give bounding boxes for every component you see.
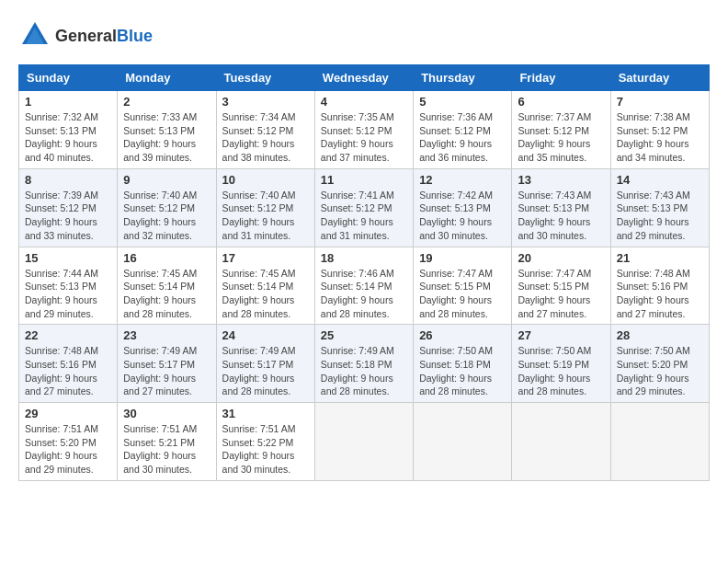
day-number: 11: [321, 173, 407, 187]
daylight-label: Daylight: 9 hours and 30 minutes.: [123, 450, 196, 475]
sunrise-label: Sunrise: 7:43 AM: [617, 190, 690, 201]
calendar-cell: 14 Sunrise: 7:43 AM Sunset: 5:13 PM Dayl…: [610, 168, 709, 247]
sunrise-label: Sunrise: 7:44 AM: [25, 268, 98, 279]
daylight-label: Daylight: 9 hours and 28 minutes.: [123, 294, 196, 319]
day-number: 26: [419, 328, 506, 342]
sunset-label: Sunset: 5:12 PM: [617, 125, 688, 136]
calendar-cell: 13 Sunrise: 7:43 AM Sunset: 5:13 PM Dayl…: [512, 168, 610, 247]
day-number: 7: [617, 95, 703, 109]
sunrise-label: Sunrise: 7:34 AM: [222, 111, 296, 122]
sunrise-label: Sunrise: 7:47 AM: [518, 268, 591, 279]
daylight-label: Daylight: 9 hours and 33 minutes.: [25, 216, 97, 241]
calendar-cell: 23 Sunrise: 7:49 AM Sunset: 5:17 PM Dayl…: [118, 325, 216, 403]
day-number: 13: [518, 173, 604, 187]
calendar-cell: 20 Sunrise: 7:47 AM Sunset: 5:15 PM Dayl…: [512, 247, 610, 325]
daylight-label: Daylight: 9 hours and 31 minutes.: [321, 216, 393, 241]
sunrise-label: Sunrise: 7:50 AM: [518, 345, 591, 356]
sunset-label: Sunset: 5:13 PM: [419, 202, 491, 213]
daylight-label: Daylight: 9 hours and 32 minutes.: [123, 216, 196, 241]
calendar-cell: [314, 403, 413, 481]
day-info: Sunrise: 7:51 AM Sunset: 5:22 PM Dayligh…: [222, 422, 309, 477]
day-number: 29: [25, 407, 111, 420]
day-info: Sunrise: 7:51 AM Sunset: 5:21 PM Dayligh…: [123, 422, 210, 477]
calendar-cell: 10 Sunrise: 7:40 AM Sunset: 5:12 PM Dayl…: [216, 168, 314, 247]
day-of-week-header: Friday: [512, 65, 610, 91]
daylight-label: Daylight: 9 hours and 30 minutes.: [518, 216, 590, 241]
sunset-label: Sunset: 5:13 PM: [25, 281, 97, 292]
daylight-label: Daylight: 9 hours and 36 minutes.: [419, 138, 492, 163]
sunset-label: Sunset: 5:15 PM: [518, 281, 589, 292]
sunrise-label: Sunrise: 7:43 AM: [518, 190, 591, 201]
day-info: Sunrise: 7:48 AM Sunset: 5:16 PM Dayligh…: [617, 267, 703, 321]
day-info: Sunrise: 7:49 AM Sunset: 5:17 PM Dayligh…: [222, 344, 309, 398]
sunrise-label: Sunrise: 7:33 AM: [123, 111, 197, 122]
sunrise-label: Sunrise: 7:48 AM: [25, 345, 98, 356]
calendar-cell: 5 Sunrise: 7:36 AM Sunset: 5:12 PM Dayli…: [414, 91, 512, 169]
day-info: Sunrise: 7:37 AM Sunset: 5:12 PM Dayligh…: [518, 110, 604, 165]
day-of-week-header: Thursday: [414, 65, 512, 91]
day-number: 17: [222, 251, 309, 265]
sunrise-label: Sunrise: 7:46 AM: [321, 268, 394, 279]
calendar-cell: [414, 403, 512, 481]
daylight-label: Daylight: 9 hours and 29 minutes.: [25, 450, 97, 475]
day-info: Sunrise: 7:32 AM Sunset: 5:13 PM Dayligh…: [25, 110, 111, 165]
day-info: Sunrise: 7:49 AM Sunset: 5:18 PM Dayligh…: [321, 344, 407, 398]
day-info: Sunrise: 7:35 AM Sunset: 5:12 PM Dayligh…: [321, 110, 407, 165]
day-info: Sunrise: 7:42 AM Sunset: 5:13 PM Dayligh…: [419, 189, 506, 243]
sunrise-label: Sunrise: 7:36 AM: [419, 111, 493, 122]
sunrise-label: Sunrise: 7:45 AM: [123, 268, 197, 279]
daylight-label: Daylight: 9 hours and 39 minutes.: [123, 138, 196, 163]
day-number: 19: [419, 251, 506, 265]
daylight-label: Daylight: 9 hours and 27 minutes.: [123, 373, 196, 397]
calendar-cell: 21 Sunrise: 7:48 AM Sunset: 5:16 PM Dayl…: [610, 247, 709, 325]
calendar-week-row: 1 Sunrise: 7:32 AM Sunset: 5:13 PM Dayli…: [19, 91, 710, 169]
day-number: 16: [123, 251, 210, 265]
logo-name: GeneralBlue: [55, 28, 153, 46]
logo-icon: [18, 18, 51, 55]
sunset-label: Sunset: 5:13 PM: [518, 202, 589, 213]
sunrise-label: Sunrise: 7:47 AM: [419, 268, 493, 279]
day-info: Sunrise: 7:43 AM Sunset: 5:13 PM Dayligh…: [617, 189, 703, 243]
logo-text-block: GeneralBlue: [55, 28, 153, 46]
calendar-cell: 24 Sunrise: 7:49 AM Sunset: 5:17 PM Dayl…: [216, 325, 314, 403]
sunrise-label: Sunrise: 7:35 AM: [321, 111, 394, 122]
daylight-label: Daylight: 9 hours and 28 minutes.: [321, 373, 393, 397]
sunset-label: Sunset: 5:12 PM: [222, 125, 294, 136]
sunrise-label: Sunrise: 7:51 AM: [25, 423, 98, 434]
sunrise-label: Sunrise: 7:50 AM: [617, 345, 690, 356]
sunrise-label: Sunrise: 7:48 AM: [617, 268, 690, 279]
calendar-cell: 31 Sunrise: 7:51 AM Sunset: 5:22 PM Dayl…: [216, 403, 314, 481]
daylight-label: Daylight: 9 hours and 35 minutes.: [518, 138, 590, 163]
daylight-label: Daylight: 9 hours and 30 minutes.: [222, 450, 295, 475]
sunrise-label: Sunrise: 7:40 AM: [222, 190, 296, 201]
day-number: 25: [321, 328, 407, 342]
daylight-label: Daylight: 9 hours and 27 minutes.: [518, 294, 590, 319]
day-info: Sunrise: 7:34 AM Sunset: 5:12 PM Dayligh…: [222, 110, 309, 165]
sunset-label: Sunset: 5:22 PM: [222, 437, 294, 448]
sunrise-label: Sunrise: 7:49 AM: [222, 345, 296, 356]
daylight-label: Daylight: 9 hours and 40 minutes.: [25, 138, 97, 163]
day-of-week-header: Saturday: [610, 65, 709, 91]
calendar-header-row: SundayMondayTuesdayWednesdayThursdayFrid…: [19, 65, 710, 91]
calendar-table: SundayMondayTuesdayWednesdayThursdayFrid…: [18, 64, 710, 481]
sunrise-label: Sunrise: 7:42 AM: [419, 190, 493, 201]
calendar-cell: 4 Sunrise: 7:35 AM Sunset: 5:12 PM Dayli…: [314, 91, 413, 169]
day-info: Sunrise: 7:45 AM Sunset: 5:14 PM Dayligh…: [123, 267, 210, 321]
calendar-cell: 22 Sunrise: 7:48 AM Sunset: 5:16 PM Dayl…: [19, 325, 118, 403]
day-number: 1: [25, 95, 111, 109]
sunrise-label: Sunrise: 7:39 AM: [25, 190, 98, 201]
day-number: 18: [321, 251, 407, 265]
day-number: 22: [25, 328, 111, 342]
daylight-label: Daylight: 9 hours and 34 minutes.: [617, 138, 689, 163]
sunset-label: Sunset: 5:21 PM: [123, 437, 195, 448]
sunset-label: Sunset: 5:12 PM: [321, 125, 392, 136]
sunrise-label: Sunrise: 7:51 AM: [123, 423, 197, 434]
day-number: 21: [617, 251, 703, 265]
daylight-label: Daylight: 9 hours and 27 minutes.: [25, 373, 97, 397]
sunset-label: Sunset: 5:12 PM: [222, 202, 294, 213]
daylight-label: Daylight: 9 hours and 28 minutes.: [222, 373, 295, 397]
sunrise-label: Sunrise: 7:49 AM: [123, 345, 197, 356]
daylight-label: Daylight: 9 hours and 28 minutes.: [321, 294, 393, 319]
day-number: 28: [617, 328, 703, 342]
daylight-label: Daylight: 9 hours and 29 minutes.: [25, 294, 97, 319]
